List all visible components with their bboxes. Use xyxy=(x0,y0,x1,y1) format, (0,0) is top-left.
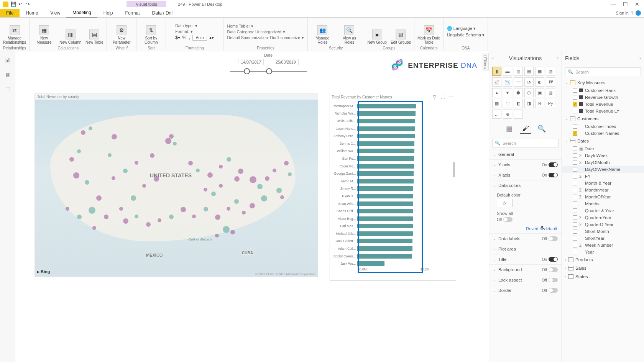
bar-row[interactable]: George Gard... xyxy=(330,170,453,177)
bar[interactable] xyxy=(357,224,413,228)
tab-home[interactable]: Home xyxy=(20,9,44,17)
undo-icon[interactable]: ↶ xyxy=(18,2,24,7)
report-canvas[interactable]: ‹ Filters Date 14/07/201725/03/2019 🧬 EN… xyxy=(15,51,489,362)
fields-tab-icon[interactable]: ▦ xyxy=(504,123,515,134)
bar[interactable] xyxy=(357,111,416,116)
viz-type-icon[interactable]: ◔ xyxy=(524,77,534,87)
bar[interactable] xyxy=(357,216,413,221)
redo-icon[interactable]: ↷ xyxy=(26,2,31,7)
map-bubble[interactable] xyxy=(96,195,102,201)
map-bubble[interactable] xyxy=(234,199,239,204)
map-bubble[interactable] xyxy=(112,176,115,180)
format-icons[interactable]: $▾%,Auto▴▾ xyxy=(175,35,214,41)
format-section-background[interactable]: ⌄BackgroundOff xyxy=(489,264,562,275)
collapse-pane-icon[interactable]: ‹ xyxy=(492,56,494,61)
map-bubble[interactable] xyxy=(227,157,231,162)
field-checkbox[interactable] xyxy=(573,88,577,93)
bar[interactable] xyxy=(357,141,414,146)
format-section-y-axis[interactable]: ⌄Y axisOn xyxy=(489,159,562,170)
bar[interactable] xyxy=(357,104,416,108)
map-bubble[interactable] xyxy=(250,203,255,208)
field-checkbox[interactable] xyxy=(573,109,577,113)
analytics-tab-icon[interactable]: 🔍 xyxy=(536,123,547,134)
bar-row[interactable]: Anthony Pete... xyxy=(330,132,453,140)
bar[interactable] xyxy=(357,231,413,236)
mark-date-table-button[interactable]: 📅Mark as Date Table xyxy=(417,25,440,44)
field-month-&-year[interactable]: Month & Year xyxy=(562,180,644,187)
manage-relationships-button[interactable]: ⇄Manage Relationships xyxy=(3,25,26,44)
field-checkbox[interactable] xyxy=(573,236,577,241)
minimize-button[interactable]: — xyxy=(611,1,616,7)
map-bubble[interactable] xyxy=(230,230,235,234)
format-search[interactable]: 🔍Search xyxy=(492,139,559,147)
color-fx-button[interactable]: fx xyxy=(497,199,513,207)
field-checkbox[interactable] xyxy=(573,160,577,165)
format-section-plot-area[interactable]: ⌄Plot area xyxy=(489,244,562,254)
bar[interactable] xyxy=(357,209,413,213)
viz-type-icon[interactable]: ⊕ xyxy=(503,110,512,119)
comma-icon[interactable]: , xyxy=(189,35,190,40)
tab-modeling[interactable]: Modeling xyxy=(66,8,97,18)
map-bubble[interactable] xyxy=(77,215,82,219)
field-short-month[interactable]: Short Month xyxy=(562,228,644,235)
map-bubble[interactable] xyxy=(131,195,136,201)
field-table-states[interactable]: ›States xyxy=(562,272,644,281)
format-tab-icon[interactable]: 🖌 xyxy=(520,123,531,134)
bar-row[interactable]: Ryan R... xyxy=(330,192,453,200)
field-dayofmonth[interactable]: ΣDayOfMonth xyxy=(562,159,644,166)
field-checkbox[interactable] xyxy=(573,229,577,234)
bar[interactable] xyxy=(357,126,415,131)
viz-type-icon[interactable]: 📈 xyxy=(492,77,501,87)
bar-row[interactable]: Bobby Colem... xyxy=(330,252,453,260)
file-tab[interactable]: File xyxy=(0,9,20,17)
sign-in[interactable]: Sign in? xyxy=(616,10,644,16)
tab-view[interactable]: View xyxy=(44,9,66,17)
viz-type-icon[interactable]: … xyxy=(492,110,501,119)
scrollbar-thumb[interactable] xyxy=(453,162,455,177)
format-section-general[interactable]: ⌄General xyxy=(489,149,562,159)
viz-type-icon[interactable]: ▬ xyxy=(503,67,512,76)
bar[interactable] xyxy=(357,201,413,206)
map-bubble[interactable] xyxy=(89,126,92,130)
field-checkbox[interactable] xyxy=(573,146,577,151)
field-revenue-growth[interactable]: Revenue Growth xyxy=(562,94,644,101)
field-dayofweekname[interactable]: DayOfWeekName xyxy=(562,166,644,173)
field-checkbox[interactable] xyxy=(573,243,577,247)
map-bubble[interactable] xyxy=(238,169,243,174)
field-table-key-measures[interactable]: ⌄Key Measures xyxy=(562,79,644,87)
bar-row[interactable]: Michael Gib... xyxy=(330,230,453,238)
bar-row[interactable]: Jason Hans... xyxy=(330,125,453,133)
viz-type-icon[interactable]: ▤ xyxy=(524,67,534,76)
bar[interactable] xyxy=(357,254,412,259)
map-bubble[interactable] xyxy=(261,195,267,201)
toggle-switch[interactable]: On xyxy=(542,173,558,177)
bar[interactable] xyxy=(357,164,414,169)
field-checkbox[interactable] xyxy=(573,181,577,185)
map-bubble[interactable] xyxy=(276,188,282,193)
bar-row[interactable]: Roger Fo... xyxy=(330,162,453,170)
field-checkbox[interactable] xyxy=(573,201,577,206)
map-bubble[interactable] xyxy=(204,188,207,192)
map-bubble[interactable] xyxy=(284,161,289,165)
field-checkbox[interactable] xyxy=(573,250,577,254)
map-bubble[interactable] xyxy=(89,207,95,214)
map-bubble[interactable] xyxy=(227,207,230,211)
map-bubble[interactable] xyxy=(135,161,138,165)
map-bubble[interactable] xyxy=(135,215,138,218)
bar-row[interactable]: Brian Wils... xyxy=(330,200,453,208)
viz-type-icon[interactable]: R xyxy=(535,99,544,108)
map-bubble[interactable] xyxy=(66,207,69,211)
map-bubble[interactable] xyxy=(73,172,79,179)
toggle-switch[interactable]: On xyxy=(542,162,558,167)
map-bubble[interactable] xyxy=(169,134,174,139)
save-icon[interactable]: 💾 xyxy=(11,2,16,7)
field-dayinweek[interactable]: ΣDayInWeek xyxy=(562,152,644,159)
field-checkbox[interactable]: ✓ xyxy=(573,131,577,136)
manage-roles-button[interactable]: 👥Manage Roles xyxy=(311,25,334,44)
tab-help[interactable]: Help xyxy=(97,9,119,17)
field-checkbox[interactable] xyxy=(573,222,577,227)
map-bubble[interactable] xyxy=(123,169,128,173)
map-bubble[interactable] xyxy=(207,172,213,178)
map-bubble[interactable] xyxy=(77,149,81,153)
map-bubble[interactable] xyxy=(158,218,161,222)
